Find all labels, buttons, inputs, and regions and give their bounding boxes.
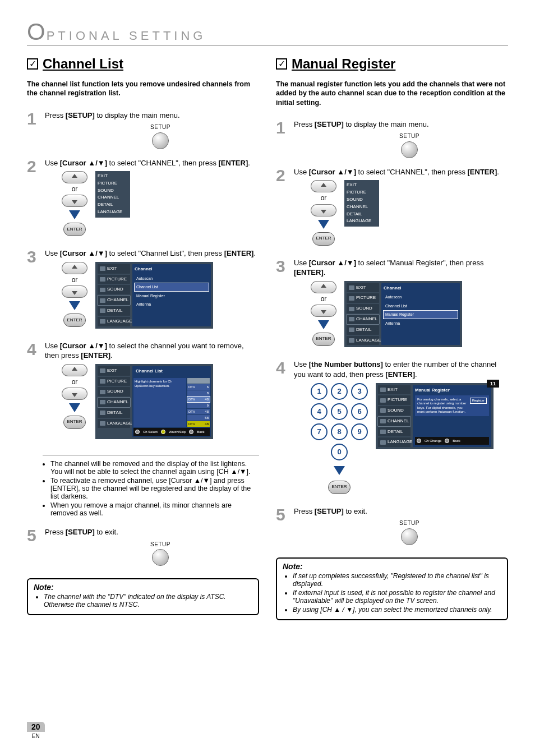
setup-button-icon [152, 132, 169, 149]
mr-step-3: 3 Use [Cursor ▲/▼] to select "Manual Reg… [276, 258, 508, 351]
setup-button-icon [401, 528, 418, 545]
numpad-4: 4 [311, 403, 328, 420]
checkbox-icon: ✓ [276, 58, 287, 70]
section-title: Manual Register [292, 56, 395, 72]
mr-step-5: 5 Press [SETUP] to exit. SETUP [276, 506, 508, 545]
enter-button-icon: ENTER [63, 416, 86, 429]
cursor-up-icon [62, 364, 87, 376]
osd-channel-list: EXIT PICTURE SOUND CHANNEL DETAIL LANGUA… [95, 364, 213, 440]
setup-label: SETUP [150, 123, 170, 131]
numpad-5: 5 [331, 403, 348, 420]
numpad-6: 6 [351, 403, 368, 420]
numpad-0: 0 [331, 444, 348, 460]
osd-menu: EXIT PICTURE SOUND CHANNEL DETAIL LANGUA… [95, 262, 213, 329]
page-footer: 20 EN [27, 722, 45, 739]
checkbox-icon: ✓ [27, 58, 38, 70]
enter-button-icon: ENTER [328, 481, 350, 494]
arrow-down-icon [69, 301, 80, 310]
cursor-up-icon [311, 180, 336, 192]
arrow-down-icon [318, 320, 329, 329]
step-3: 3 Use [Cursor ▲/▼] to select "Channel Li… [27, 248, 259, 331]
osd-manual-register: EXIT PICTURE SOUND CHANNEL DETAIL LANGUA… [376, 383, 494, 450]
mr-step-4: 4 Use [the Number buttons] to enter the … [276, 359, 508, 497]
number-pad: 1 2 3 4 5 6 7 8 9 0 [311, 383, 368, 460]
setup-button-icon [152, 549, 169, 566]
page-number: 20 [27, 722, 45, 732]
step-2: 2 Use [Cursor ▲/▼] to select "CHANNEL", … [27, 158, 259, 240]
mr-step-2: 2 Use [Cursor ▲/▼] to select "CHANNEL", … [276, 167, 508, 249]
enter-button-icon: ENTER [312, 333, 335, 346]
cursor-up-icon [311, 281, 336, 293]
page-lang: EN [32, 733, 40, 739]
header-rest: PTIONAL SETTING [47, 29, 206, 43]
osd-menu: EXIT PICTURE SOUND CHANNEL DETAIL LANGUA… [344, 180, 379, 227]
cursor-up-icon [62, 171, 87, 183]
enter-button-icon: ENTER [63, 314, 86, 327]
register-button: Register [470, 398, 487, 404]
arrow-down-icon [69, 403, 80, 412]
cursor-down-icon [311, 204, 336, 216]
numpad-3: 3 [351, 383, 368, 400]
step-4: 4 Use [Cursor ▲/▼] to select the channel… [27, 341, 259, 443]
badge-number: 11 [487, 380, 499, 388]
enter-button-icon: ENTER [63, 223, 86, 236]
page-header: O PTIONAL SETTING [27, 22, 508, 46]
intro-text: The channel list function lets you remov… [27, 80, 259, 98]
step-5: 5 Press [SETUP] to exit. SETUP [27, 527, 259, 566]
osd-menu: EXIT PICTURE SOUND CHANNEL DETAIL LANGUA… [344, 281, 462, 348]
header-initial: O [27, 22, 45, 42]
numpad-8: 8 [331, 423, 348, 440]
cursor-up-icon [62, 262, 87, 274]
arrow-down-icon [318, 220, 329, 229]
arrow-down-icon [334, 466, 345, 475]
cursor-down-icon [311, 305, 336, 317]
col-channel-list: ✓ Channel List The channel list function… [27, 56, 259, 620]
cursor-down-icon [62, 285, 87, 298]
numpad-7: 7 [311, 423, 328, 440]
intro-text: The manual register function lets you ad… [276, 80, 508, 107]
enter-button-icon: ENTER [312, 232, 335, 246]
step-1: 1 Press [SETUP] to display the main menu… [27, 110, 259, 149]
osd-menu: EXIT PICTURE SOUND CHANNEL DETAIL LANGUA… [95, 171, 130, 218]
numpad-1: 1 [311, 383, 328, 400]
note-box: Note: The channel with the "DTV" indicat… [27, 578, 259, 615]
info-bullets: The channel will be removed and the disp… [43, 455, 259, 518]
numpad-2: 2 [331, 383, 348, 400]
cursor-down-icon [62, 195, 87, 207]
section-title: Channel List [43, 56, 123, 72]
note-box: Note: If set up completes successfully, … [276, 557, 508, 620]
setup-button-icon [401, 141, 418, 158]
cursor-down-icon [62, 388, 87, 400]
mr-step-1: 1 Press [SETUP] to display the main menu… [276, 119, 508, 158]
arrow-down-icon [69, 210, 80, 219]
numpad-9: 9 [351, 423, 368, 440]
col-manual-register: ✓ Manual Register The manual register fu… [276, 56, 508, 620]
